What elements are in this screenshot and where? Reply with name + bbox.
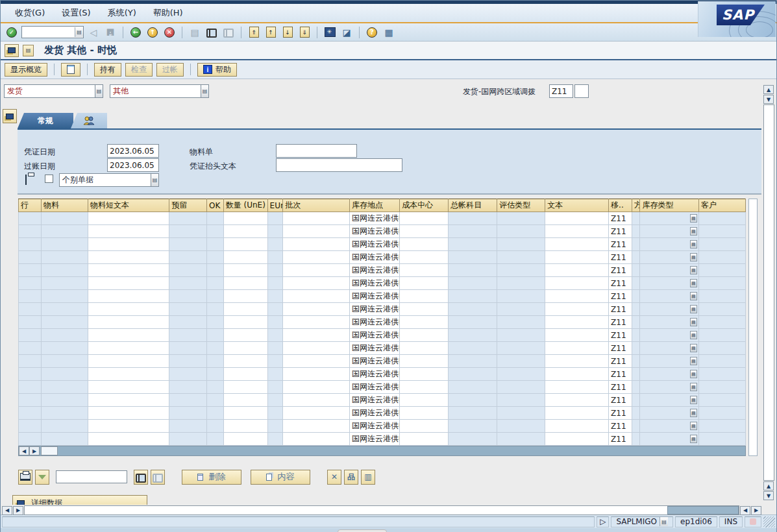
table-cell[interactable]: Z11 xyxy=(609,342,632,355)
table-cell[interactable] xyxy=(223,251,267,264)
filter-button[interactable] xyxy=(35,470,49,485)
column-header[interactable]: EUn xyxy=(267,199,283,212)
table-cell[interactable] xyxy=(41,238,88,251)
column-header[interactable]: 库存类型 xyxy=(640,199,699,212)
contents-button[interactable]: 内容 xyxy=(251,470,310,485)
table-cell[interactable] xyxy=(283,212,350,225)
table-cell[interactable] xyxy=(449,329,497,342)
table-cell[interactable] xyxy=(41,420,88,433)
table-cell[interactable] xyxy=(223,316,267,329)
table-cell[interactable] xyxy=(207,329,224,342)
table-cell[interactable]: Z11 xyxy=(609,433,632,446)
table-cell[interactable]: Z11 xyxy=(609,251,632,264)
table-cell[interactable] xyxy=(400,251,449,264)
table-cell[interactable] xyxy=(400,329,449,342)
table-cell[interactable] xyxy=(283,355,350,368)
table-cell[interactable] xyxy=(41,290,88,303)
delete-item-button[interactable]: 删除 xyxy=(182,470,241,485)
table-cell[interactable]: 国网连云港供电 xyxy=(350,290,400,303)
table-cell[interactable] xyxy=(88,277,169,290)
table-cell[interactable] xyxy=(223,368,267,381)
table-row[interactable]: 国网连云港供电Z11▤ xyxy=(19,303,746,316)
table-cell[interactable] xyxy=(223,433,267,446)
table-cell[interactable] xyxy=(223,407,267,420)
table-cell[interactable] xyxy=(449,355,497,368)
table-cell[interactable]: Z11 xyxy=(609,394,632,407)
table-cell[interactable]: Z11 xyxy=(609,381,632,394)
table-cell[interactable] xyxy=(267,264,283,277)
table-row[interactable]: 国网连云港供电Z11▤ xyxy=(19,316,746,329)
table-cell[interactable] xyxy=(449,290,497,303)
table-cell[interactable] xyxy=(207,342,224,355)
table-cell[interactable] xyxy=(169,433,207,446)
customize-layout-button[interactable]: ▦ xyxy=(382,25,396,39)
table-cell[interactable]: 国网连云港供电 xyxy=(350,329,400,342)
table-cell[interactable] xyxy=(19,420,42,433)
table-cell[interactable] xyxy=(88,342,169,355)
table-row[interactable]: 国网连云港供电Z11▤ xyxy=(19,225,746,238)
table-cell[interactable] xyxy=(41,316,88,329)
table-cell[interactable] xyxy=(267,368,283,381)
table-cell[interactable] xyxy=(400,238,449,251)
new-session-button[interactable] xyxy=(323,25,337,39)
table-cell[interactable] xyxy=(545,316,609,329)
table-cell[interactable] xyxy=(698,225,745,238)
table-cell[interactable] xyxy=(400,277,449,290)
hscroll-thumb[interactable] xyxy=(667,506,739,514)
table-cell[interactable] xyxy=(545,251,609,264)
table-cell[interactable] xyxy=(497,420,545,433)
table-row[interactable]: 国网连云港供电Z11▤ xyxy=(19,290,746,303)
table-row[interactable]: 国网连云港供电Z11▤ xyxy=(19,329,746,342)
table-cell[interactable] xyxy=(545,342,609,355)
table-cell[interactable] xyxy=(632,264,640,277)
table-cell[interactable] xyxy=(698,212,745,225)
table-cell[interactable] xyxy=(497,316,545,329)
table-cell[interactable] xyxy=(400,342,449,355)
table-cell[interactable] xyxy=(207,407,224,420)
table-cell[interactable] xyxy=(632,433,640,446)
table-cell[interactable] xyxy=(169,238,207,251)
table-row[interactable]: 国网连云港供电Z11▤ xyxy=(19,420,746,433)
table-cell[interactable] xyxy=(400,316,449,329)
table-cell[interactable] xyxy=(497,394,545,407)
create-shortcut-button[interactable]: ◪ xyxy=(339,25,354,39)
table-cell[interactable]: ▤ xyxy=(640,329,699,342)
table-cell[interactable]: ▤ xyxy=(640,420,699,433)
table-cell[interactable] xyxy=(169,212,207,225)
table-cell[interactable] xyxy=(449,342,497,355)
table-cell[interactable]: 国网连云港供电 xyxy=(350,225,400,238)
stock-type-dropdown-icon[interactable]: ▤ xyxy=(690,214,697,223)
table-cell[interactable] xyxy=(223,290,267,303)
table-cell[interactable] xyxy=(207,303,224,316)
column-header[interactable]: 库存地点 xyxy=(350,199,400,212)
table-cell[interactable] xyxy=(497,433,545,446)
table-cell[interactable] xyxy=(698,355,745,368)
table-cell[interactable] xyxy=(449,303,497,316)
table-cell[interactable] xyxy=(283,251,350,264)
table-cell[interactable] xyxy=(88,225,169,238)
table-cell[interactable]: ▤ xyxy=(640,342,699,355)
menu-help[interactable]: 帮助(H) xyxy=(153,7,183,19)
table-cell[interactable] xyxy=(267,355,283,368)
table-cell[interactable] xyxy=(400,420,449,433)
table-cell[interactable] xyxy=(41,251,88,264)
table-cell[interactable] xyxy=(400,355,449,368)
table-cell[interactable] xyxy=(497,238,545,251)
table-cell[interactable] xyxy=(698,394,745,407)
table-cell[interactable] xyxy=(497,251,545,264)
table-cell[interactable] xyxy=(169,329,207,342)
table-cell[interactable] xyxy=(545,238,609,251)
table-cell[interactable] xyxy=(223,342,267,355)
stock-type-dropdown-icon[interactable]: ▤ xyxy=(690,344,697,352)
table-cell[interactable] xyxy=(449,251,497,264)
prev-page-button[interactable]: ↑ xyxy=(264,25,278,39)
table-cell[interactable]: Z11 xyxy=(609,329,632,342)
table-row[interactable]: 国网连云港供电Z11▤ xyxy=(19,394,746,407)
stock-type-dropdown-icon[interactable]: ▤ xyxy=(690,227,697,236)
table-cell[interactable]: ▤ xyxy=(640,368,699,381)
stock-type-dropdown-icon[interactable]: ▤ xyxy=(690,422,697,430)
vscroll-track[interactable] xyxy=(763,104,774,481)
column-header[interactable]: 物料短文本 xyxy=(88,199,169,212)
window-hscrollbar[interactable]: ◀ ▶ ◀ ▶ xyxy=(2,505,761,516)
table-cell[interactable] xyxy=(632,342,640,355)
